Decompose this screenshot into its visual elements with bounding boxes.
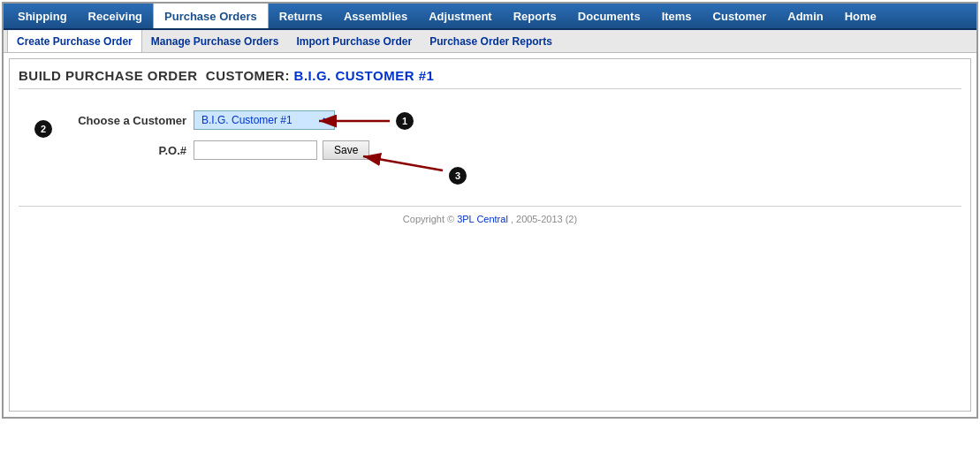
po-row: P.O.# Save [72, 140, 961, 160]
footer-text2: , 2005-2013 (2) [511, 214, 577, 224]
page-title-customer-prefix: Customer: [201, 68, 290, 83]
footer-link[interactable]: 3PL Central [457, 214, 508, 224]
page-title: Build Purchase Order Customer: B.I.G. Cu… [19, 68, 961, 89]
nav-customer[interactable]: Customer [703, 4, 778, 28]
nav-assemblies[interactable]: Assemblies [333, 4, 418, 28]
nav-returns[interactable]: Returns [269, 4, 333, 28]
form-section: 2 Choose a Customer B.I.G. Customer #1 P… [19, 102, 961, 179]
sub-navigation: Create Purchase Order Manage Purchase Or… [4, 30, 976, 53]
nav-adjustment[interactable]: Adjustment [418, 4, 503, 28]
subnav-purchase-order-reports[interactable]: Purchase Order Reports [421, 30, 561, 52]
po-label: P.O.# [72, 144, 186, 157]
nav-receiving[interactable]: Receiving [78, 4, 153, 28]
badge-2: 2 [34, 120, 52, 138]
nav-home[interactable]: Home [834, 4, 887, 28]
top-navigation: Shipping Receiving Purchase Orders Retur… [4, 4, 976, 30]
subnav-manage-purchase-orders[interactable]: Manage Purchase Orders [142, 30, 288, 52]
customer-select[interactable]: B.I.G. Customer #1 [194, 110, 335, 130]
nav-admin[interactable]: Admin [777, 4, 833, 28]
nav-shipping[interactable]: Shipping [7, 4, 78, 28]
nav-items[interactable]: Items [651, 4, 703, 28]
customer-row: 2 Choose a Customer B.I.G. Customer #1 [72, 110, 961, 130]
save-button[interactable]: Save [323, 140, 369, 160]
page-title-static: Build Purchase Order [19, 68, 198, 83]
nav-purchase-orders[interactable]: Purchase Orders [153, 4, 269, 28]
footer-copyright: Copyright © [403, 214, 457, 224]
subnav-create-purchase-order[interactable]: Create Purchase Order [7, 30, 142, 52]
main-content: Build Purchase Order Customer: B.I.G. Cu… [9, 58, 971, 412]
subnav-import-purchase-order[interactable]: Import Purchase Order [287, 30, 421, 52]
page-title-customer-name: B.I.G. Customer #1 [294, 68, 435, 83]
nav-documents[interactable]: Documents [567, 4, 651, 28]
po-input[interactable] [194, 140, 317, 160]
nav-reports[interactable]: Reports [503, 4, 567, 28]
footer: Copyright © 3PL Central , 2005-2013 (2) [19, 206, 961, 231]
choose-customer-label: Choose a Customer [72, 114, 186, 127]
